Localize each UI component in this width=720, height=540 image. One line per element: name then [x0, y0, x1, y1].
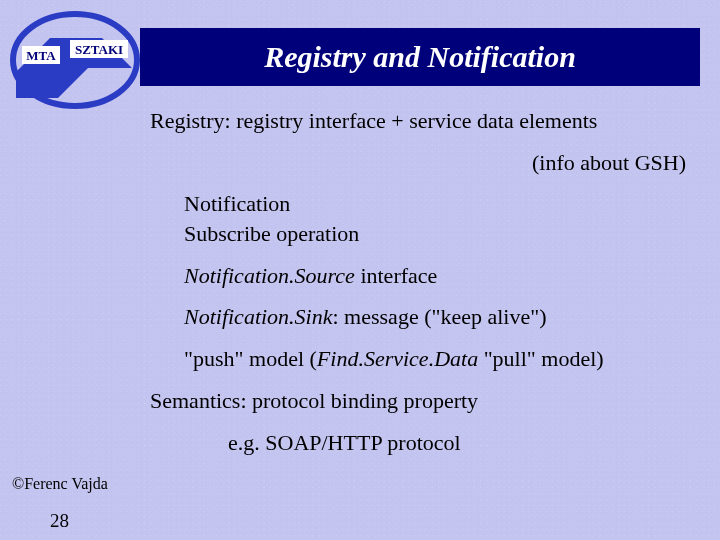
- slide-title: Registry and Notification: [264, 40, 576, 74]
- page-number: 28: [50, 510, 69, 532]
- push-b: "pull" model): [478, 346, 604, 371]
- logo-label-right: SZTAKI: [75, 42, 123, 57]
- line-notification: Notification: [150, 189, 710, 219]
- notification-source-rest: interface: [355, 263, 437, 288]
- push-a: "push" model (: [184, 346, 317, 371]
- line-push-model: "push" model (Find.Service.Data "pull" m…: [150, 344, 710, 374]
- slide-content: Registry: registry interface + service d…: [150, 106, 710, 469]
- line-notification-sink: Notification.Sink: message ("keep alive"…: [150, 302, 710, 332]
- title-bar: Registry and Notification: [140, 28, 700, 86]
- logo: MTA SZTAKI: [10, 10, 140, 110]
- notification-sink-rest: : message ("keep alive"): [333, 304, 547, 329]
- line-semantics: Semantics: protocol binding property: [150, 386, 710, 416]
- notification-sink-em: Notification.Sink: [184, 304, 333, 329]
- line-registry: Registry: registry interface + service d…: [150, 106, 710, 136]
- find-service-data-em: Find.Service.Data: [317, 346, 478, 371]
- logo-label-left: MTA: [26, 48, 56, 63]
- line-soap: e.g. SOAP/HTTP protocol: [150, 428, 710, 458]
- line-subscribe: Subscribe operation: [150, 219, 710, 249]
- line-notification-source: Notification.Source interface: [150, 261, 710, 291]
- copyright: ©Ferenc Vajda: [12, 475, 108, 493]
- mta-sztaki-logo: MTA SZTAKI: [10, 10, 140, 110]
- line-info-gsh: (info about GSH): [150, 148, 710, 178]
- notification-source-em: Notification.Source: [184, 263, 355, 288]
